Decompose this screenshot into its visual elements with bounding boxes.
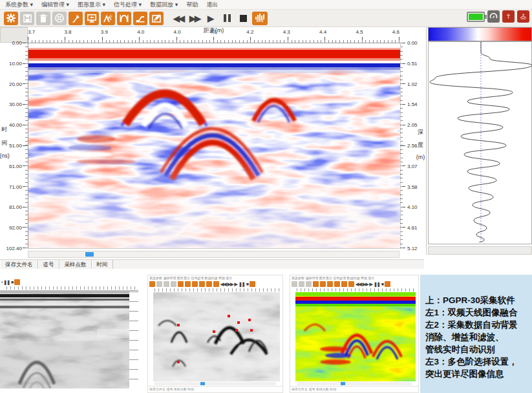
thumb2-save-icon: [156, 281, 162, 287]
depth-tick-label: 0.00: [407, 40, 418, 46]
play-icon: ▶: [207, 14, 214, 23]
thumb3-gps-icon: [385, 281, 390, 287]
menu-bar: 系统参数 ▾编辑管理 ▾图形显示 ▾信号处理 ▾数据回放 ▾帮助退出: [0, 0, 532, 10]
thumb3-rewind-icon: ◀◀: [356, 281, 361, 287]
upload-icon[interactable]: [502, 10, 515, 23]
hyperbola-icon: [120, 14, 129, 23]
depth-ruler: 0.000.511.021.542.052.563.073.584.104.61…: [400, 43, 425, 249]
thumbnail-auto-detection[interactable]: 系统参数 编辑管理 图形显示 信号处理 数据回放 帮助 退出 ◀◀ ▶▶ ▶ ❚…: [147, 275, 283, 393]
time-tick-label: 71.00: [9, 184, 22, 190]
depth-tick-label: 1.02: [407, 81, 418, 87]
depth-axis-title-char: (m): [416, 154, 425, 160]
time-tick-label: 0.00: [12, 40, 22, 46]
thumb1-ruler: [6, 286, 137, 290]
menu-item[interactable]: 退出: [206, 1, 218, 9]
thumb1-depth-ruler: [129, 290, 138, 388]
time-tick-label: 102.40: [6, 246, 22, 251]
thumb2-settings-icon: [149, 281, 155, 287]
x-tick-label: 3.9: [101, 29, 108, 35]
menu-item[interactable]: 图形显示 ▾: [78, 1, 105, 9]
depth-tick-label: 5.12: [407, 246, 418, 251]
thumb2-menu-text: 系统参数 编辑管理 图形显示 信号处理 数据回放 帮助 退出: [148, 275, 282, 281]
rewind-icon: ◀◀: [173, 14, 184, 23]
depth-axis-title: 深度(m): [416, 128, 425, 160]
settings-button[interactable]: [4, 12, 18, 25]
pushpin-icon: [72, 14, 80, 23]
thumb3-scrollbar[interactable]: [297, 382, 412, 385]
radargram-plot[interactable]: [28, 43, 401, 249]
depth-tick-label: 3.58: [407, 184, 418, 190]
depth-tick-label: 4.10: [407, 204, 418, 210]
stop-icon: [240, 15, 247, 22]
thumb2-radargram-image: [153, 292, 280, 381]
thumb3-scroll-thumb[interactable]: [341, 382, 345, 385]
gps-button[interactable]: GPS: [252, 12, 268, 25]
gps-label: GPS: [257, 19, 264, 23]
status-tab[interactable]: 保存文件名: [0, 260, 38, 269]
clean-button[interactable]: [149, 12, 164, 25]
thumb1-pause-icon: ❚❚: [3, 279, 10, 285]
scrollbar-thumb[interactable]: [85, 252, 94, 257]
thumb2-display-icon: [185, 281, 191, 287]
window-button: [52, 12, 67, 25]
gauge-icon[interactable]: [487, 10, 500, 23]
x-tick-label: 3.7: [28, 29, 35, 35]
depth-tick-label: 1.54: [407, 101, 418, 107]
menu-item[interactable]: 帮助: [186, 1, 198, 9]
thumb3-pin-icon: [313, 281, 319, 287]
trace-panel: [426, 27, 532, 255]
thumb2-stop-icon: ■: [246, 281, 248, 287]
stop-button[interactable]: [236, 12, 250, 25]
thumb2-gain-icon: [192, 281, 198, 287]
x-tick-label: 3.8: [64, 29, 71, 35]
color-scale-bar[interactable]: [428, 27, 532, 41]
caption-line: 左2：采集数据自动背景: [425, 319, 528, 331]
status-tab[interactable]: 时间: [92, 260, 113, 269]
thumbnail-dual-frequency-fusion[interactable]: ‹ ❚❚ ■: [0, 279, 140, 393]
main-toolbar: G ◀◀ ▶▶ ▶ GPS: [0, 10, 532, 27]
time-tick-label: 81.00: [9, 204, 22, 210]
distance-ruler: 距离(m) 3.73.83.94.04.04.14.24.34.44.54.6: [28, 27, 399, 43]
thumb2-gps-icon: [250, 281, 255, 287]
pause-icon: [224, 14, 231, 22]
time-tick-label: 30.00: [9, 101, 22, 107]
status-tab[interactable]: 道号: [38, 260, 59, 269]
gain-button[interactable]: G: [101, 12, 115, 25]
thumb3-slope-icon: [341, 281, 347, 287]
hyperbola-button[interactable]: [117, 12, 131, 25]
play-button[interactable]: ▶: [204, 12, 218, 25]
x-tick-label: 4.0: [137, 29, 144, 35]
thumb2-rewind-icon: ◀◀: [220, 281, 226, 287]
mark-button[interactable]: [69, 12, 83, 25]
battery-icon: [467, 12, 485, 22]
thumb3-radargram-image: [295, 292, 416, 381]
caption-line: 管线实时自动识别: [425, 343, 528, 356]
display-button[interactable]: [85, 12, 99, 25]
status-tab[interactable]: 采样点数: [59, 260, 92, 269]
thumbnail-color-palette[interactable]: 系统参数 编辑管理 图形显示 信号处理 数据回放 帮助 退出 ◀◀ ▶▶ ▶ ❚…: [290, 275, 419, 393]
pause-button[interactable]: [220, 12, 234, 25]
thumb2-hyperbola-icon: [199, 281, 205, 287]
trash-icon: [39, 14, 47, 23]
slope-button[interactable]: [133, 12, 147, 25]
thumb3-hyperbola-icon: [334, 281, 340, 287]
thumb3-clean-icon: [348, 281, 354, 287]
depth-axis-title-char: 度: [418, 141, 423, 149]
horizontal-scrollbar[interactable]: [28, 251, 399, 258]
rewind-button[interactable]: ◀◀: [171, 12, 186, 25]
fast-forward-button[interactable]: ▶▶: [187, 12, 202, 25]
thumb3-stop-icon: ■: [381, 281, 383, 287]
radar-antenna-icon[interactable]: [517, 10, 529, 23]
status-tray: [467, 10, 529, 23]
menu-item[interactable]: 数据回放 ▾: [150, 1, 178, 9]
thumb2-window-icon: [171, 281, 176, 287]
time-tick-label: 20.00: [9, 81, 22, 87]
thumb2-scroll-thumb[interactable]: [200, 382, 205, 385]
caption-panel: 上：PGPR-30采集软件左1：双频天线图像融合左2：采集数据自动背景消除、增益…: [420, 275, 532, 393]
thumb2-scrollbar[interactable]: [154, 382, 276, 385]
menu-item[interactable]: 编辑管理 ▾: [41, 1, 69, 9]
menu-item[interactable]: 信号处理 ▾: [114, 1, 142, 9]
menu-item[interactable]: 系统参数 ▾: [5, 1, 33, 9]
thumb1-rewind-icon: ‹: [1, 279, 2, 285]
caption-line: 左3：多色阶选择设置，: [425, 356, 528, 368]
